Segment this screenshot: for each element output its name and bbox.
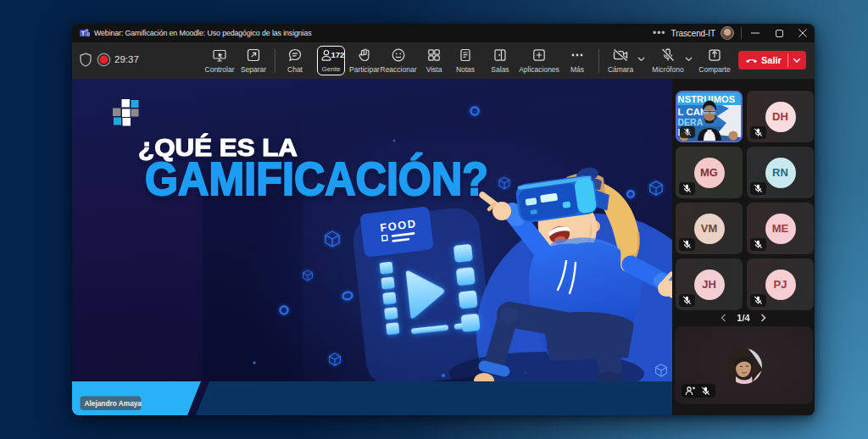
- svg-text:Alejandro Amaya: Alejandro Amaya: [85, 399, 142, 408]
- svg-text:T: T: [81, 31, 85, 36]
- svg-text:DERA: DERA: [678, 117, 704, 127]
- svg-text:GAMIFICACIÓN?: GAMIFICACIÓN?: [145, 153, 488, 205]
